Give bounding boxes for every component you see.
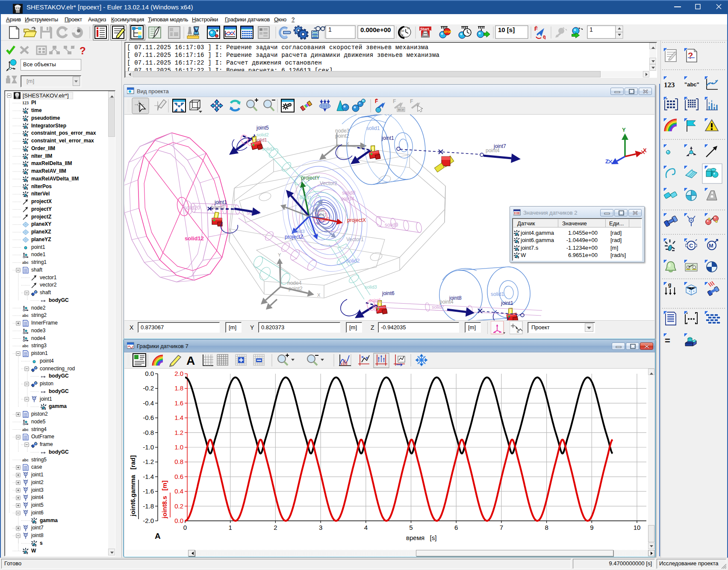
- svg-text:2.0: 2.0: [174, 370, 183, 377]
- svg-text:1.0: 1.0: [174, 443, 183, 451]
- svg-text:Б: Б: [517, 330, 519, 334]
- svg-text:solid2: solid2: [432, 304, 444, 310]
- svg-text:solid1: solid1: [366, 125, 380, 131]
- svg-text:Y: Y: [622, 127, 626, 133]
- svg-text:0.000e+00: 0.000e+00: [360, 26, 391, 33]
- svg-text:A: A: [155, 532, 161, 540]
- svg-text:STOP: STOP: [444, 30, 452, 33]
- svg-text:123: 123: [664, 81, 675, 89]
- svg-text:A: A: [186, 354, 195, 367]
- svg-text:projectX: projectX: [347, 217, 366, 223]
- svg-text:0.4: 0.4: [174, 487, 183, 495]
- svg-text:?: ?: [688, 51, 693, 60]
- svg-text:Y: Y: [278, 252, 281, 257]
- svg-text:joint8.s [m]: joint8.s [m]: [161, 481, 168, 519]
- svg-text:solid9: solid9: [385, 222, 398, 228]
- svg-text:-1.6: -1.6: [143, 487, 154, 495]
- svg-text:Vector2: Vector2: [320, 180, 337, 186]
- svg-text:solid12: solid12: [185, 235, 204, 242]
- svg-text:solid1: solid1: [299, 195, 312, 200]
- svg-text:1: 1: [589, 26, 593, 33]
- svg-text:6: 6: [454, 524, 458, 531]
- svg-text:=: =: [665, 335, 670, 346]
- svg-text:X: X: [317, 292, 321, 298]
- svg-text:-2.0: -2.0: [143, 517, 154, 524]
- svg-text:q̄: q̄: [543, 34, 546, 39]
- svg-text:solid8: solid8: [342, 190, 356, 196]
- svg-text:joint7: joint7: [493, 143, 506, 149]
- svg-text:"abc": "abc": [684, 81, 699, 88]
- svg-text:C: C: [689, 242, 693, 249]
- svg-text:время [s]: время [s]: [406, 534, 436, 541]
- svg-text:Vector1: Vector1: [346, 236, 364, 242]
- svg-text:1.4: 1.4: [174, 414, 183, 421]
- svg-text:-1.8: -1.8: [143, 502, 154, 510]
- svg-text:projectY: projectY: [301, 175, 320, 181]
- svg-text:F: F: [410, 98, 413, 104]
- svg-text:joint1: joint1: [381, 135, 394, 141]
- svg-text:0.0: 0.0: [145, 370, 154, 377]
- svg-text:0.8: 0.8: [174, 458, 183, 465]
- svg-text:7: 7: [500, 524, 503, 531]
- svg-text:1.6: 1.6: [174, 399, 183, 407]
- svg-text:M: M: [709, 242, 713, 249]
- svg-text:0: 0: [183, 524, 187, 531]
- svg-text:projectZ: projectZ: [285, 234, 303, 240]
- svg-text:1: 1: [328, 26, 332, 33]
- svg-text:-0.8: -0.8: [143, 429, 154, 436]
- svg-text:g: g: [668, 282, 671, 288]
- svg-text:1.2: 1.2: [174, 429, 183, 436]
- svg-text:0.6: 0.6: [174, 473, 183, 480]
- svg-text:joint6: joint6: [382, 290, 395, 296]
- svg-text:1: 1: [229, 524, 232, 531]
- svg-text:12: 12: [407, 27, 410, 30]
- svg-text:10 [s]: 10 [s]: [498, 26, 515, 33]
- svg-text:Z: Z: [605, 158, 609, 165]
- svg-text:-0.2: -0.2: [143, 384, 154, 392]
- svg-text:-1.2: -1.2: [143, 458, 154, 465]
- svg-text:10: 10: [401, 30, 404, 32]
- svg-text:10: 10: [634, 524, 641, 531]
- svg-text:solid3: solid3: [292, 229, 305, 234]
- svg-text:solid3: solid3: [262, 146, 274, 151]
- svg-text:F̄: F̄: [375, 98, 378, 104]
- svg-text:solid1: solid1: [255, 137, 267, 142]
- svg-text:-1.0: -1.0: [143, 443, 154, 451]
- svg-text:joint5: joint5: [256, 125, 269, 131]
- svg-text:solid20: solid20: [184, 205, 200, 211]
- svg-text:5: 5: [409, 524, 413, 531]
- svg-text:-0.6: -0.6: [143, 414, 154, 421]
- svg-text:2: 2: [274, 524, 277, 531]
- svg-text:point3: point3: [211, 204, 225, 210]
- svg-text:point2: point2: [289, 286, 303, 292]
- svg-text:solid2: solid2: [256, 132, 269, 137]
- svg-text:solid1: solid1: [491, 291, 504, 297]
- svg-text:9: 9: [590, 524, 593, 531]
- svg-text:3: 3: [319, 524, 322, 531]
- svg-text:point4: point4: [439, 299, 454, 305]
- svg-text:-1.4: -1.4: [143, 473, 154, 480]
- svg-text:F: F: [393, 98, 396, 104]
- svg-text:1.8: 1.8: [174, 384, 183, 392]
- svg-text:node4: node4: [287, 280, 302, 286]
- svg-text:joint1: joint1: [501, 300, 513, 306]
- svg-text:0.0: 0.0: [174, 517, 183, 524]
- svg-text:solid1: solid1: [318, 217, 330, 222]
- svg-text:F̄: F̄: [534, 26, 538, 32]
- svg-text:0.2: 0.2: [174, 502, 183, 510]
- svg-text:solid2: solid2: [346, 258, 360, 264]
- svg-text:solid4: solid4: [341, 196, 354, 202]
- svg-text:Start: Start: [420, 27, 429, 31]
- svg-text:-0.4: -0.4: [143, 399, 154, 407]
- svg-text:joint6.gamma [rad]: joint6.gamma [rad]: [129, 455, 136, 517]
- svg-text:все: все: [398, 107, 404, 112]
- svg-text:8: 8: [545, 524, 548, 531]
- svg-text:4: 4: [364, 524, 368, 531]
- svg-text:solid3: solid3: [365, 284, 377, 289]
